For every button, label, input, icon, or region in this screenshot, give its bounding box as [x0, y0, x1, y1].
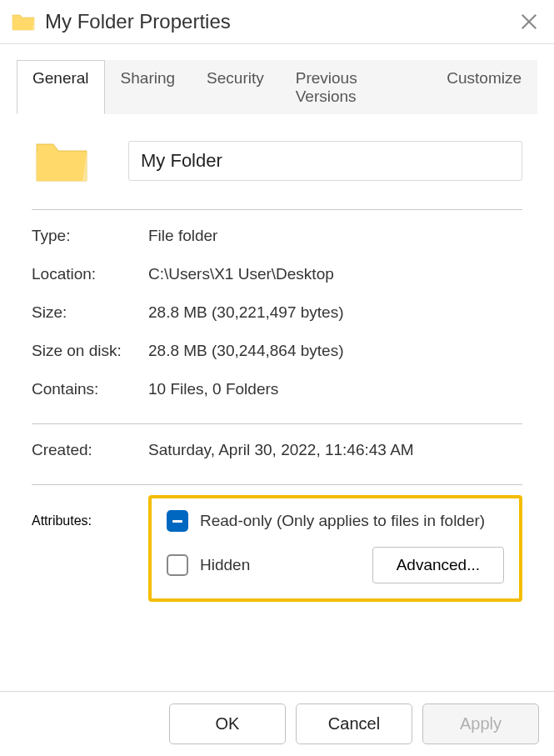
advanced-button[interactable]: Advanced...	[372, 547, 504, 583]
type-row: Type: File folder	[32, 227, 522, 245]
attributes-label: Attributes:	[32, 502, 148, 602]
location-label: Location:	[32, 265, 148, 283]
tab-sharing[interactable]: Sharing	[105, 60, 192, 114]
created-label: Created:	[32, 441, 148, 459]
divider	[32, 484, 522, 485]
contains-label: Contains:	[32, 380, 148, 398]
location-row: Location: C:\Users\X1 User\Desktop	[32, 265, 522, 283]
tab-customize[interactable]: Customize	[431, 60, 537, 114]
location-value: C:\Users\X1 User\Desktop	[148, 265, 522, 283]
readonly-row: Read-only (Only applies to files in fold…	[167, 510, 504, 532]
readonly-label: Read-only (Only applies to files in fold…	[200, 512, 485, 530]
tab-bar: General Sharing Security Previous Versio…	[17, 59, 537, 114]
name-row	[32, 138, 522, 184]
cancel-button[interactable]: Cancel	[296, 703, 412, 744]
hidden-row: Hidden Advanced...	[167, 547, 504, 583]
content-area: General Sharing Security Previous Versio…	[0, 44, 554, 691]
folder-icon	[12, 12, 35, 32]
apply-button[interactable]: Apply	[422, 703, 539, 744]
tab-previous-versions[interactable]: Previous Versions	[280, 60, 432, 114]
divider	[32, 209, 522, 210]
window-title: My Folder Properties	[45, 10, 517, 33]
size-label: Size:	[32, 303, 148, 322]
size-row: Size: 28.8 MB (30,221,497 bytes)	[32, 303, 522, 322]
created-value: Saturday, April 30, 2022, 11:46:43 AM	[148, 441, 522, 459]
hidden-checkbox[interactable]	[167, 554, 188, 576]
contains-row: Contains: 10 Files, 0 Folders	[32, 380, 522, 398]
size-value: 28.8 MB (30,221,497 bytes)	[148, 303, 522, 322]
close-button[interactable]	[517, 10, 541, 33]
attributes-row: Attributes: Read-only (Only applies to f…	[32, 502, 522, 602]
ok-button[interactable]: OK	[169, 703, 286, 744]
readonly-checkbox[interactable]	[167, 510, 188, 532]
attributes-box: Read-only (Only applies to files in fold…	[148, 495, 522, 602]
folder-name-input[interactable]	[128, 141, 522, 181]
attributes-highlight: Read-only (Only applies to files in fold…	[148, 502, 522, 602]
properties-window: My Folder Properties General Sharing Sec…	[0, 0, 554, 756]
type-label: Type:	[32, 227, 148, 245]
size-on-disk-value: 28.8 MB (30,244,864 bytes)	[148, 342, 522, 360]
tab-general[interactable]: General	[17, 60, 105, 114]
tab-security[interactable]: Security	[191, 60, 280, 114]
titlebar: My Folder Properties	[0, 0, 554, 44]
type-value: File folder	[148, 227, 522, 245]
hidden-label: Hidden	[200, 556, 250, 574]
divider	[32, 423, 522, 424]
created-row: Created: Saturday, April 30, 2022, 11:46…	[32, 441, 522, 459]
size-on-disk-label: Size on disk:	[32, 342, 148, 360]
size-on-disk-row: Size on disk: 28.8 MB (30,244,864 bytes)	[32, 342, 522, 360]
dialog-footer: OK Cancel Apply	[0, 691, 554, 756]
general-panel: Type: File folder Location: C:\Users\X1 …	[17, 114, 537, 691]
contains-value: 10 Files, 0 Folders	[148, 380, 522, 398]
folder-large-icon	[35, 138, 88, 184]
